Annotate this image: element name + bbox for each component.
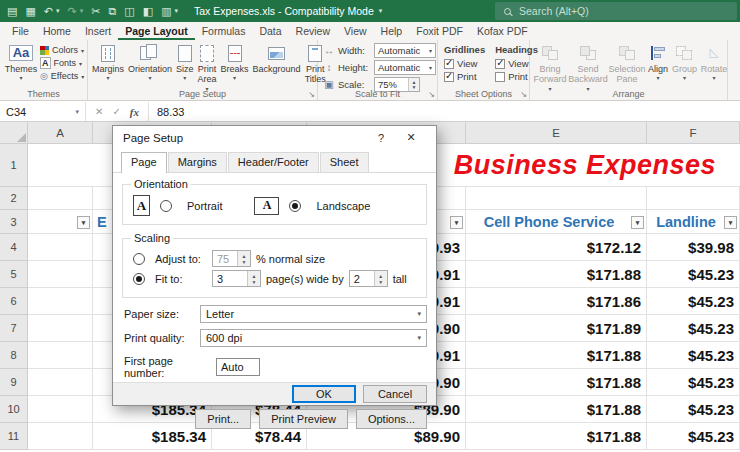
row-header-9[interactable]: 9 — [0, 369, 28, 396]
confirm-entry-icon[interactable]: ✓ — [112, 106, 120, 117]
cell[interactable]: $45.23 — [647, 342, 740, 369]
name-box-chevron-icon[interactable]: ▾ — [75, 108, 79, 116]
cell[interactable] — [466, 187, 647, 210]
row-header-7[interactable]: 7 — [0, 315, 28, 342]
cell[interactable] — [28, 288, 93, 315]
pages-tall-spinner[interactable]: 2▲▼ — [349, 270, 388, 287]
tab-kofax-pdf[interactable]: Kofax PDF — [470, 22, 535, 40]
workbook-icon[interactable]: ▦ — [25, 0, 35, 22]
search-box[interactable]: Search (Alt+Q) — [495, 2, 737, 20]
name-box[interactable]: C34 ▾ — [0, 102, 86, 121]
cell[interactable]: $45.23 — [647, 315, 740, 342]
print-preview-button[interactable]: Print Preview — [259, 409, 348, 429]
bring-forward-button[interactable]: Bring Forward▾ — [532, 42, 568, 94]
selection-pane-button[interactable]: Selection Pane — [608, 42, 646, 86]
fit-to-radio[interactable] — [133, 273, 145, 285]
paste-icon[interactable]: ◫ — [124, 0, 134, 22]
themes-button[interactable]: Aa Themes ▾ — [2, 42, 40, 83]
breaks-button[interactable]: Breaks▾ — [219, 42, 251, 83]
cancel-entry-icon[interactable]: ✕ — [95, 106, 103, 117]
cell[interactable]: $171.86 — [466, 288, 647, 315]
select-all-corner[interactable] — [0, 122, 28, 144]
sheet-options-dialog-launcher-icon[interactable]: ↘ — [520, 90, 527, 99]
formula-input[interactable]: 88.33 — [149, 106, 740, 118]
adjust-to-spinner[interactable]: 75▲▼ — [212, 250, 251, 267]
page-setup-dialog-launcher-icon[interactable]: ↘ — [308, 90, 315, 99]
column-header-e[interactable]: E — [466, 122, 647, 144]
group-button[interactable]: Group▾ — [670, 42, 699, 83]
qat-more-icon[interactable]: ▾ — [175, 0, 179, 22]
print-quality-dropdown[interactable]: 600 dpi▾ — [200, 329, 427, 347]
cell[interactable]: $45.23 — [647, 396, 740, 423]
cell[interactable]: $171.88 — [466, 261, 647, 288]
tab-file[interactable]: File — [5, 22, 36, 40]
dialog-tab-margins[interactable]: Margins — [168, 152, 227, 172]
align-button[interactable]: Align▾ — [646, 42, 670, 83]
insert-function-icon[interactable]: fx — [130, 106, 139, 118]
cell[interactable]: $171.88 — [466, 423, 647, 450]
dialog-tab-page[interactable]: Page — [121, 152, 167, 173]
fonts-button[interactable]: A Fonts▾ — [40, 57, 84, 69]
options-button[interactable]: Options... — [356, 409, 427, 429]
row-header-1[interactable]: 1 — [0, 144, 28, 187]
copy-icon[interactable]: ⧉ — [109, 0, 117, 22]
tab-review[interactable]: Review — [289, 22, 337, 40]
cut-icon[interactable]: ✂ — [91, 0, 100, 22]
row-header-4[interactable]: 4 — [0, 234, 28, 261]
rotate-button[interactable]: ◺ Rotate▾ — [699, 42, 729, 83]
margins-button[interactable]: Margins▾ — [90, 42, 126, 83]
ok-button[interactable]: OK — [292, 385, 356, 403]
cell[interactable]: $171.88 — [466, 369, 647, 396]
cell[interactable] — [28, 187, 93, 210]
cell[interactable]: $172.12 — [466, 234, 647, 261]
height-dropdown[interactable]: Automatic▾ — [374, 60, 436, 75]
filter-dropdown-icon[interactable]: ▾ — [450, 216, 463, 229]
colors-button[interactable]: Colors▾ — [40, 45, 84, 55]
print-area-button[interactable]: Print Area▾ — [196, 42, 219, 94]
tab-page-layout[interactable]: Page Layout — [118, 22, 194, 40]
row-header-6[interactable]: 6 — [0, 288, 28, 315]
cell[interactable]: ▾ — [28, 210, 93, 234]
redo-icon[interactable]: ↷ — [68, 0, 77, 22]
orientation-button[interactable]: Orientation▾ — [126, 42, 174, 83]
save-icon[interactable]: ▤ — [7, 0, 17, 22]
cell[interactable]: $171.89 — [466, 315, 647, 342]
pages-wide-spinner[interactable]: 3▲▼ — [212, 270, 261, 287]
tab-home[interactable]: Home — [36, 22, 78, 40]
row-header-10[interactable]: 10 — [0, 396, 28, 423]
background-button[interactable]: Background — [251, 42, 303, 75]
share-doc-icon[interactable]: ▥ — [161, 0, 171, 22]
tab-formulas[interactable]: Formulas — [195, 22, 253, 40]
tab-insert[interactable]: Insert — [78, 22, 118, 40]
adjust-to-radio[interactable] — [133, 253, 145, 265]
undo-dropdown-icon[interactable]: ▾ — [56, 0, 60, 22]
cell[interactable]: Landline▾ — [647, 210, 740, 234]
cell[interactable] — [28, 342, 93, 369]
cancel-button[interactable]: Cancel — [363, 385, 427, 403]
scale-to-fit-dialog-launcher-icon[interactable]: ↘ — [428, 90, 435, 99]
cell[interactable] — [28, 396, 93, 423]
filter-dropdown-icon[interactable]: ▾ — [631, 216, 644, 229]
row-header-3[interactable]: 3 — [0, 210, 28, 234]
undo-icon[interactable]: ↶ — [44, 0, 53, 22]
column-header-f[interactable]: F — [647, 122, 740, 144]
cell[interactable] — [28, 234, 93, 261]
cell[interactable]: $45.23 — [647, 261, 740, 288]
landscape-radio[interactable] — [289, 200, 301, 212]
gridlines-print-checkbox[interactable]: Print — [444, 71, 485, 82]
filter-dropdown-icon[interactable]: ▾ — [77, 216, 90, 229]
dialog-help-icon[interactable]: ? — [366, 132, 396, 144]
dialog-tab-header-footer[interactable]: Header/Footer — [228, 152, 319, 172]
cell[interactable]: $171.88 — [466, 396, 647, 423]
print-button[interactable]: Print... — [195, 409, 251, 429]
send-backward-button[interactable]: Send Backward▾ — [568, 42, 608, 94]
row-header-11[interactable]: 11 — [0, 423, 28, 450]
dialog-close-icon[interactable]: ✕ — [396, 131, 426, 144]
column-header-a[interactable]: A — [28, 122, 93, 144]
width-dropdown[interactable]: Automatic▾ — [374, 43, 436, 58]
portrait-radio[interactable] — [160, 200, 172, 212]
cell[interactable] — [28, 261, 93, 288]
cell[interactable]: $171.88 — [466, 342, 647, 369]
effects-button[interactable]: ◎ Effects▾ — [40, 71, 84, 81]
cell[interactable] — [28, 315, 93, 342]
